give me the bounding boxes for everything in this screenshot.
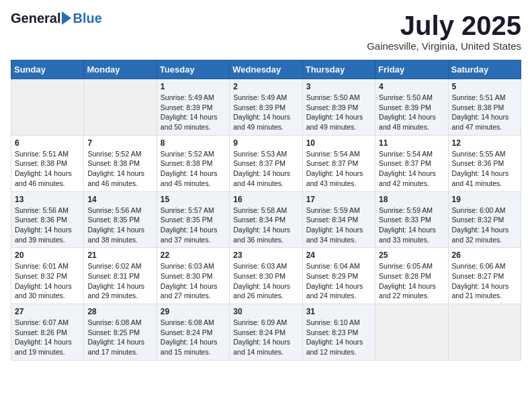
cell-daylight: Daylight: 14 hours and 45 minutes. — [161, 169, 218, 187]
cell-sunset: Sunset: 8:38 PM — [452, 103, 504, 111]
table-row — [11, 79, 84, 136]
day-number: 25 — [379, 250, 444, 260]
table-row: 16 Sunrise: 5:58 AM Sunset: 8:34 PM Dayl… — [230, 191, 302, 248]
cell-sunrise: Sunrise: 5:51 AM — [452, 93, 506, 101]
table-row: 15 Sunrise: 5:57 AM Sunset: 8:35 PM Dayl… — [157, 191, 229, 248]
day-number: 10 — [306, 138, 371, 148]
table-row — [448, 304, 521, 361]
cell-sunset: Sunset: 8:37 PM — [379, 159, 431, 167]
cell-sunrise: Sunrise: 5:56 AM — [15, 206, 69, 214]
cell-daylight: Daylight: 14 hours and 38 minutes. — [87, 226, 144, 244]
cell-sunrise: Sunrise: 5:56 AM — [87, 206, 141, 214]
day-number: 31 — [306, 307, 371, 316]
day-number: 18 — [379, 195, 444, 204]
cell-sunset: Sunset: 8:39 PM — [233, 103, 285, 111]
col-tuesday: Tuesday — [157, 60, 229, 79]
day-number: 19 — [452, 195, 517, 204]
table-row: 24 Sunrise: 6:04 AM Sunset: 8:29 PM Dayl… — [302, 248, 375, 304]
month-title: July 2025 — [367, 11, 521, 40]
cell-daylight: Daylight: 14 hours and 47 minutes. — [452, 113, 509, 131]
cell-daylight: Daylight: 14 hours and 32 minutes. — [452, 226, 509, 244]
table-row: 6 Sunrise: 5:51 AM Sunset: 8:38 PM Dayli… — [11, 135, 84, 191]
cell-sunset: Sunset: 8:30 PM — [233, 272, 285, 280]
day-number: 29 — [161, 307, 226, 316]
calendar-week-row: 20 Sunrise: 6:01 AM Sunset: 8:32 PM Dayl… — [11, 248, 521, 304]
table-row: 9 Sunrise: 5:53 AM Sunset: 8:37 PM Dayli… — [230, 135, 302, 191]
cell-sunset: Sunset: 8:39 PM — [161, 103, 213, 111]
cell-sunset: Sunset: 8:36 PM — [15, 216, 67, 224]
day-number: 1 — [161, 82, 226, 91]
table-row — [84, 79, 157, 136]
day-number: 2 — [233, 82, 298, 91]
table-row: 21 Sunrise: 6:02 AM Sunset: 8:31 PM Dayl… — [84, 248, 157, 304]
day-number: 15 — [161, 195, 226, 204]
table-row: 31 Sunrise: 6:10 AM Sunset: 8:23 PM Dayl… — [302, 304, 375, 361]
cell-daylight: Daylight: 14 hours and 24 minutes. — [306, 282, 363, 300]
cell-sunset: Sunset: 8:37 PM — [233, 159, 285, 167]
table-row: 23 Sunrise: 6:03 AM Sunset: 8:30 PM Dayl… — [230, 248, 302, 304]
cell-sunrise: Sunrise: 5:49 AM — [161, 93, 214, 101]
cell-sunset: Sunset: 8:32 PM — [15, 272, 67, 280]
cell-daylight: Daylight: 14 hours and 49 minutes. — [306, 113, 363, 131]
day-number: 3 — [306, 82, 371, 91]
table-row: 11 Sunrise: 5:54 AM Sunset: 8:37 PM Dayl… — [375, 135, 448, 191]
cell-sunrise: Sunrise: 6:09 AM — [233, 318, 287, 326]
cell-daylight: Daylight: 14 hours and 33 minutes. — [379, 226, 436, 244]
cell-daylight: Daylight: 14 hours and 50 minutes. — [161, 113, 218, 131]
col-thursday: Thursday — [302, 60, 375, 79]
day-number: 21 — [87, 250, 152, 260]
calendar-header-row: Sunday Monday Tuesday Wednesday Thursday… — [11, 60, 521, 79]
cell-daylight: Daylight: 14 hours and 36 minutes. — [233, 226, 290, 244]
cell-sunset: Sunset: 8:25 PM — [87, 328, 140, 336]
logo-arrow-icon — [62, 11, 71, 25]
table-row: 13 Sunrise: 5:56 AM Sunset: 8:36 PM Dayl… — [11, 191, 84, 248]
day-number: 24 — [306, 250, 371, 260]
cell-sunset: Sunset: 8:35 PM — [161, 216, 213, 224]
table-row: 4 Sunrise: 5:50 AM Sunset: 8:39 PM Dayli… — [375, 79, 448, 136]
table-row: 12 Sunrise: 5:55 AM Sunset: 8:36 PM Dayl… — [448, 135, 521, 191]
logo-blue-text: Blue — [73, 11, 101, 26]
table-row: 25 Sunrise: 6:05 AM Sunset: 8:28 PM Dayl… — [375, 248, 448, 304]
cell-sunset: Sunset: 8:38 PM — [87, 159, 140, 167]
cell-sunrise: Sunrise: 5:57 AM — [161, 206, 214, 214]
cell-daylight: Daylight: 14 hours and 26 minutes. — [233, 282, 290, 300]
cell-sunrise: Sunrise: 5:52 AM — [161, 150, 214, 158]
cell-daylight: Daylight: 14 hours and 34 minutes. — [306, 226, 363, 244]
page-container: General Blue July 2025 Gainesville, Virg… — [11, 11, 521, 361]
cell-sunrise: Sunrise: 5:51 AM — [15, 150, 69, 158]
cell-daylight: Daylight: 14 hours and 44 minutes. — [233, 169, 290, 187]
logo-general-text: General — [11, 11, 60, 26]
table-row: 5 Sunrise: 5:51 AM Sunset: 8:38 PM Dayli… — [448, 79, 521, 136]
cell-sunset: Sunset: 8:29 PM — [306, 272, 359, 280]
cell-daylight: Daylight: 14 hours and 49 minutes. — [233, 113, 290, 131]
cell-sunset: Sunset: 8:38 PM — [15, 159, 67, 167]
cell-sunrise: Sunrise: 6:02 AM — [87, 262, 141, 270]
day-number: 23 — [233, 250, 298, 260]
cell-daylight: Daylight: 14 hours and 30 minutes. — [15, 282, 72, 300]
cell-sunset: Sunset: 8:33 PM — [379, 216, 431, 224]
cell-daylight: Daylight: 14 hours and 19 minutes. — [15, 338, 72, 356]
cell-sunset: Sunset: 8:39 PM — [306, 103, 359, 111]
cell-daylight: Daylight: 14 hours and 46 minutes. — [87, 169, 144, 187]
cell-daylight: Daylight: 14 hours and 22 minutes. — [379, 282, 436, 300]
cell-sunset: Sunset: 8:35 PM — [87, 216, 140, 224]
cell-daylight: Daylight: 14 hours and 46 minutes. — [15, 169, 72, 187]
cell-daylight: Daylight: 14 hours and 12 minutes. — [306, 338, 363, 356]
day-number: 14 — [87, 195, 152, 204]
cell-daylight: Daylight: 14 hours and 42 minutes. — [379, 169, 436, 187]
table-row: 27 Sunrise: 6:07 AM Sunset: 8:26 PM Dayl… — [11, 304, 84, 361]
table-row: 28 Sunrise: 6:08 AM Sunset: 8:25 PM Dayl… — [84, 304, 157, 361]
cell-sunrise: Sunrise: 5:49 AM — [233, 93, 287, 101]
col-friday: Friday — [375, 60, 448, 79]
cell-sunset: Sunset: 8:32 PM — [452, 216, 504, 224]
cell-sunrise: Sunrise: 5:52 AM — [87, 150, 141, 158]
day-number: 7 — [87, 138, 152, 148]
cell-sunrise: Sunrise: 5:55 AM — [452, 150, 506, 158]
table-row: 30 Sunrise: 6:09 AM Sunset: 8:24 PM Dayl… — [230, 304, 302, 361]
table-row: 29 Sunrise: 6:08 AM Sunset: 8:24 PM Dayl… — [157, 304, 229, 361]
calendar-week-row: 1 Sunrise: 5:49 AM Sunset: 8:39 PM Dayli… — [11, 79, 521, 136]
cell-sunset: Sunset: 8:31 PM — [87, 272, 140, 280]
table-row: 10 Sunrise: 5:54 AM Sunset: 8:37 PM Dayl… — [302, 135, 375, 191]
cell-daylight: Daylight: 14 hours and 48 minutes. — [379, 113, 436, 131]
cell-sunrise: Sunrise: 6:05 AM — [379, 262, 433, 270]
